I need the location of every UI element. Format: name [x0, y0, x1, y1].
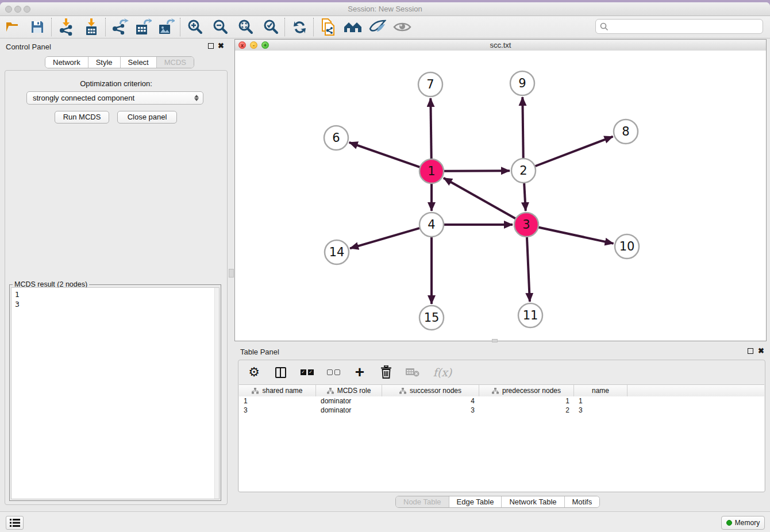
optimization-criterion-select[interactable]: strongly connected component	[26, 91, 203, 105]
network-graph[interactable]: 1234678910111415	[235, 51, 766, 341]
search-field[interactable]	[595, 19, 763, 34]
search-icon	[600, 22, 609, 31]
optimization-criterion-label: Optimization criterion:	[5, 79, 227, 88]
network-resize-grip[interactable]	[492, 339, 498, 342]
tab-node-table[interactable]: Node Table	[396, 496, 449, 507]
graph-node-label: 1	[428, 164, 435, 178]
result-scrollbar[interactable]	[214, 288, 219, 499]
task-history-button[interactable]	[6, 516, 24, 530]
attribute-type-icon	[252, 388, 259, 394]
open-session-icon[interactable]	[3, 18, 23, 36]
deselect-all-icon[interactable]	[326, 365, 341, 380]
graph-edge-1-7[interactable]	[430, 98, 431, 159]
table-rows: 1 dominator 4 1 1 3 dominator 3 2 3	[239, 396, 764, 491]
memory-status-icon	[726, 520, 732, 526]
float-table-panel-icon[interactable]	[748, 348, 753, 354]
export-table-icon[interactable]	[133, 18, 153, 36]
network-view-titlebar[interactable]: x - + scc.txt	[235, 40, 766, 51]
import-network-icon[interactable]	[56, 18, 76, 36]
graph-edge-3-1[interactable]	[444, 178, 516, 219]
table-header-row: shared name MCDS role successor nodes pr…	[239, 384, 764, 397]
settings-gear-icon[interactable]: ⚙	[247, 365, 261, 380]
delete-trash-icon[interactable]	[379, 365, 394, 380]
close-panel-button[interactable]: Close panel	[117, 111, 177, 124]
graph-node-label: 3	[522, 218, 530, 232]
list-icon	[10, 519, 20, 527]
clone-network-icon[interactable]	[318, 18, 338, 36]
attribute-type-icon	[492, 388, 499, 394]
select-arrows-icon	[194, 95, 199, 101]
graph-edge-2-3[interactable]	[524, 183, 526, 211]
zoom-selected-icon[interactable]	[261, 18, 280, 36]
table-toolbar: ⚙ ✓✓ + f(x)	[238, 360, 765, 384]
attribute-type-icon	[327, 388, 334, 394]
window-title: Session: New Session	[0, 5, 770, 13]
select-all-icon[interactable]: ✓✓	[299, 365, 314, 380]
tab-network[interactable]: Network	[45, 57, 88, 68]
network-view-title: scc.txt	[235, 41, 766, 49]
control-panel-title: Control Panel	[6, 43, 51, 51]
delete-table-disabled-icon	[405, 365, 420, 380]
graph-node-label: 7	[426, 78, 434, 91]
graph-node-label: 2	[519, 164, 527, 178]
memory-label: Memory	[735, 519, 760, 527]
column-view-icon[interactable]	[273, 365, 288, 380]
mcds-result-area[interactable]: 1 3	[11, 287, 220, 499]
run-mcds-button[interactable]: Run MCDS	[55, 111, 109, 124]
graph-node-label: 9	[518, 76, 526, 90]
tab-select[interactable]: Select	[121, 57, 157, 68]
graph-edge-2-8[interactable]	[535, 137, 613, 167]
tab-edge-table[interactable]: Edge Table	[449, 496, 502, 507]
graph-edge-1-2[interactable]	[444, 171, 510, 171]
table-row[interactable]: 3 dominator 3 2 3	[239, 406, 764, 415]
tab-mcds[interactable]: MCDS	[157, 57, 194, 68]
zoom-fit-icon[interactable]	[236, 18, 255, 36]
memory-button[interactable]: Memory	[721, 516, 765, 530]
float-panel-icon[interactable]	[208, 43, 214, 49]
zoom-in-icon[interactable]	[185, 18, 205, 36]
function-builder-icon: f(x)	[432, 365, 453, 380]
mcds-result-text: 1 3	[11, 288, 219, 311]
close-table-panel-icon[interactable]: ✖	[758, 348, 764, 354]
close-panel-icon[interactable]: ✖	[218, 43, 224, 49]
column-header-successor-nodes[interactable]: successor nodes	[382, 385, 479, 396]
status-bar: Memory	[0, 511, 770, 532]
graph-node-label: 11	[523, 309, 538, 322]
table-row[interactable]: 1 dominator 4 1 1	[239, 396, 764, 406]
add-column-icon[interactable]: +	[352, 365, 367, 380]
zoom-out-icon[interactable]	[210, 18, 230, 36]
panel-splitter-grip[interactable]	[229, 269, 234, 277]
import-table-icon[interactable]	[82, 18, 101, 36]
style-brush-icon[interactable]	[368, 18, 387, 36]
tab-style[interactable]: Style	[88, 57, 121, 68]
network-overview-icon[interactable]	[343, 18, 363, 36]
column-header-predecessor-nodes[interactable]: predecessor nodes	[479, 385, 574, 396]
save-session-icon[interactable]	[28, 18, 47, 36]
graph-edge-4-14[interactable]	[350, 228, 420, 248]
table-type-tabs: Node Table Edge Table Network Table Moti…	[395, 496, 600, 508]
graph-node-label: 6	[332, 131, 340, 145]
title-bar: Session: New Session	[0, 2, 770, 16]
graph-node-label: 14	[329, 245, 345, 259]
tab-motifs[interactable]: Motifs	[565, 496, 600, 507]
graph-edge-2-9[interactable]	[522, 97, 523, 159]
network-view-window: x - + scc.txt 1234678910111415	[234, 39, 767, 341]
graph-edge-1-6[interactable]	[349, 142, 421, 167]
main-toolbar	[0, 16, 770, 38]
column-header-name[interactable]: name	[574, 385, 627, 396]
column-header-mcds-role[interactable]: MCDS role	[316, 385, 382, 396]
column-header-shared-name[interactable]: shared name	[239, 385, 316, 396]
search-input[interactable]	[611, 22, 763, 32]
export-network-icon[interactable]	[110, 18, 130, 36]
apply-layout-icon[interactable]	[290, 18, 309, 36]
show-details-eye-icon[interactable]	[392, 18, 412, 36]
graph-edge-3-10[interactable]	[538, 227, 614, 243]
graph-node-label: 10	[619, 240, 635, 253]
export-image-icon[interactable]	[156, 18, 176, 36]
tab-network-table[interactable]: Network Table	[502, 496, 564, 507]
node-table-body: ⚙ ✓✓ + f(x) shared name	[238, 360, 765, 492]
graph-edge-3-11[interactable]	[527, 237, 530, 302]
network-canvas[interactable]: 1234678910111415	[235, 51, 766, 341]
mcds-result-groupbox: MCDS result (2 nodes) 1 3	[9, 284, 221, 501]
application-window: Session: New Session	[0, 2, 770, 532]
